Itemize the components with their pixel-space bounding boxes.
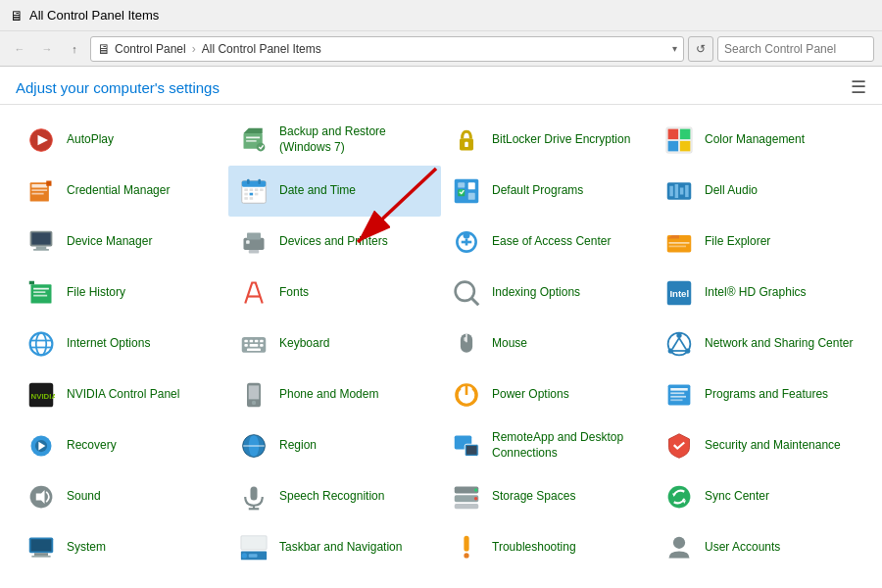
- panel-item-region[interactable]: Region: [228, 420, 441, 471]
- ease-of-access-icon: [451, 226, 482, 258]
- svg-rect-49: [246, 240, 250, 244]
- panel-item-sound[interactable]: Sound: [16, 471, 228, 522]
- panel-item-power-options[interactable]: Power Options: [441, 369, 654, 420]
- sync-center-label: Sync Center: [705, 489, 769, 505]
- search-input[interactable]: [717, 36, 874, 62]
- indexing-options-icon: [451, 277, 482, 309]
- programs-features-icon: [663, 379, 695, 411]
- svg-point-8: [257, 143, 266, 152]
- panel-item-system[interactable]: System: [16, 522, 228, 573]
- title-bar-text: All Control Panel Items: [29, 8, 159, 23]
- bitlocker-icon: [451, 124, 482, 156]
- address-segment-2: All Control Panel Items: [202, 42, 321, 56]
- panel-item-dell-audio[interactable]: Dell Audio: [654, 166, 866, 217]
- panel-item-internet-options[interactable]: Internet Options: [16, 318, 228, 369]
- svg-rect-73: [244, 340, 248, 343]
- panel-item-file-explorer[interactable]: File Explorer: [654, 217, 866, 268]
- panel-item-remoteapp[interactable]: RemoteApp and Desktop Connections: [441, 420, 654, 471]
- troubleshooting-icon: [451, 532, 482, 564]
- svg-rect-19: [31, 193, 43, 195]
- panel-item-nvidia[interactable]: NVIDIANVIDIA Control Panel: [16, 369, 228, 420]
- bitlocker-label: BitLocker Drive Encryption: [492, 132, 630, 148]
- remoteapp-icon: [451, 430, 482, 462]
- svg-text:NVIDIA: NVIDIA: [31, 392, 56, 401]
- panel-item-devices-printers[interactable]: Devices and Printers: [228, 217, 441, 268]
- panel-item-color-mgmt[interactable]: Color Management: [654, 115, 866, 166]
- nvidia-label: NVIDIA Control Panel: [67, 387, 179, 403]
- svg-rect-43: [685, 185, 689, 197]
- back-button[interactable]: ←: [8, 37, 31, 61]
- panel-item-credential-mgr[interactable]: Credential Manager: [16, 166, 228, 217]
- panel-item-backup-restore[interactable]: Backup and Restore (Windows 7): [228, 115, 441, 166]
- up-button[interactable]: ↑: [63, 37, 86, 61]
- svg-point-69: [36, 333, 47, 356]
- svg-rect-37: [458, 182, 465, 187]
- address-bar[interactable]: 🖥 Control Panel › All Control Panel Item…: [90, 36, 684, 62]
- panel-item-network-center[interactable]: Network and Sharing Center: [654, 318, 866, 369]
- remoteapp-label: RemoteApp and Desktop Connections: [492, 430, 644, 461]
- panel-item-speech-recognition[interactable]: Speech Recognition: [228, 471, 441, 522]
- panel-item-ease-of-access[interactable]: Ease of Access Center: [441, 217, 654, 268]
- panel-item-troubleshooting[interactable]: Troubleshooting: [441, 522, 654, 573]
- svg-rect-60: [33, 288, 49, 290]
- svg-rect-127: [34, 553, 48, 556]
- svg-line-88: [672, 338, 679, 349]
- panel-item-user-accounts[interactable]: User Accounts: [654, 522, 866, 573]
- devices-printers-icon: [238, 226, 270, 258]
- refresh-button[interactable]: ↺: [688, 36, 713, 62]
- panel-item-device-manager[interactable]: Device Manager: [16, 217, 228, 268]
- file-explorer-icon: [663, 226, 695, 258]
- svg-rect-61: [33, 291, 45, 293]
- panel-item-date-time[interactable]: Date and Time: [228, 166, 441, 217]
- svg-point-130: [242, 553, 247, 558]
- svg-rect-6: [246, 137, 260, 139]
- svg-rect-15: [680, 141, 691, 152]
- svg-rect-40: [669, 186, 673, 197]
- svg-point-68: [30, 333, 53, 356]
- view-toggle-button[interactable]: ☰: [851, 76, 866, 98]
- panel-item-mouse[interactable]: Mouse: [441, 318, 654, 369]
- nvidia-icon: NVIDIA: [25, 379, 57, 411]
- panel-item-bitlocker[interactable]: BitLocker Drive Encryption: [441, 115, 654, 166]
- svg-rect-51: [249, 250, 260, 254]
- sound-label: Sound: [67, 489, 101, 505]
- autoplay-icon: [25, 124, 57, 156]
- svg-rect-36: [468, 193, 475, 200]
- panel-item-taskbar-nav[interactable]: Taskbar and Navigation: [228, 522, 441, 573]
- panel-item-recovery[interactable]: Recovery: [16, 420, 228, 471]
- svg-rect-18: [31, 189, 47, 191]
- panel-item-default-programs[interactable]: Default Programs: [441, 166, 654, 217]
- date-time-icon: [238, 175, 270, 207]
- address-dropdown-icon[interactable]: ▾: [672, 43, 677, 54]
- svg-point-95: [252, 401, 256, 405]
- fonts-label: Fonts: [279, 285, 309, 301]
- fonts-icon: [238, 277, 270, 309]
- panel-item-autoplay[interactable]: AutoPlay: [16, 115, 228, 166]
- svg-rect-27: [260, 188, 264, 191]
- panel-item-indexing-options[interactable]: Indexing Options: [441, 268, 654, 318]
- svg-rect-62: [33, 295, 47, 297]
- svg-rect-128: [31, 556, 50, 558]
- panel-item-fonts[interactable]: Fonts: [228, 268, 441, 318]
- forward-button[interactable]: →: [35, 37, 59, 61]
- ease-of-access-label: Ease of Access Center: [492, 234, 611, 250]
- svg-rect-41: [675, 184, 679, 198]
- intel-hd-icon: Intel: [663, 277, 695, 309]
- page-title: Adjust your computer's settings: [16, 79, 220, 96]
- default-programs-label: Default Programs: [492, 183, 583, 199]
- internet-options-label: Internet Options: [67, 336, 150, 352]
- panel-item-sync-center[interactable]: Sync Center: [654, 471, 866, 522]
- panel-item-phone-modem[interactable]: Phone and Modem: [228, 369, 441, 420]
- panel-item-keyboard[interactable]: Keyboard: [228, 318, 441, 369]
- panel-item-file-history[interactable]: File History: [16, 268, 228, 318]
- mouse-label: Mouse: [492, 336, 527, 352]
- power-options-icon: [451, 379, 482, 411]
- svg-rect-75: [255, 340, 259, 343]
- keyboard-icon: [238, 328, 270, 360]
- svg-rect-13: [680, 129, 691, 140]
- panel-item-storage-spaces[interactable]: Storage Spaces: [441, 471, 654, 522]
- panel-item-intel-hd[interactable]: IntelIntel® HD Graphics: [654, 268, 866, 318]
- svg-rect-23: [258, 179, 261, 184]
- panel-item-programs-features[interactable]: Programs and Features: [654, 369, 866, 420]
- panel-item-security[interactable]: Security and Maintenance: [654, 420, 866, 471]
